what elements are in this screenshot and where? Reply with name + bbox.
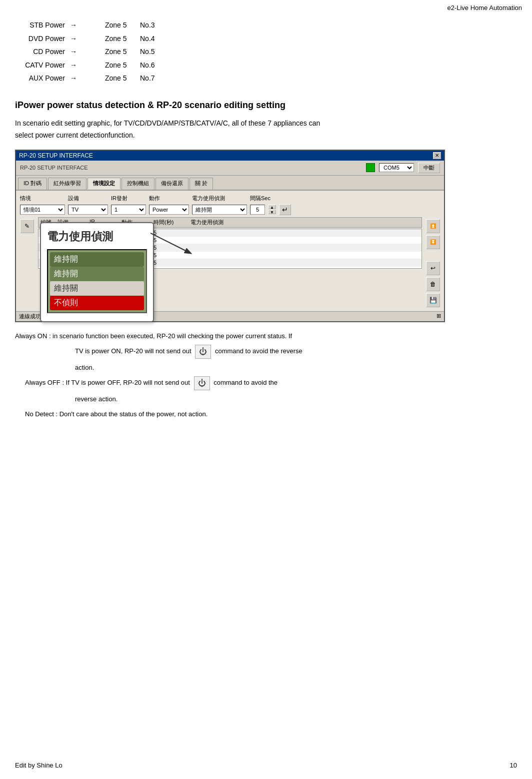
stop-button[interactable]: 中斷 <box>418 163 440 173</box>
power-zone-0: Zone 5 <box>105 19 135 32</box>
page-footer: Edit by Shine Lo 10 <box>15 761 517 769</box>
power-zone-1: Zone 5 <box>105 32 135 46</box>
add-scenario-button[interactable]: ✎ <box>20 219 34 233</box>
power-row-0: STB Power → Zone 5 No.3 <box>15 19 517 32</box>
power-row-3: CATV Power → Zone 5 No.6 <box>15 59 517 72</box>
interval-input[interactable] <box>250 205 265 215</box>
scenario-selector[interactable]: 情境01 <box>20 205 65 215</box>
always-off-line: Always OFF : If TV is power OFF, RP-20 w… <box>15 376 517 390</box>
scenario-list-container: ✎ 編號 設備 IR 動作 時間(秒) 電力使用偵測 <box>20 217 440 307</box>
power-zone-2: Zone 5 <box>105 45 135 59</box>
scenario-col-headers: 情境 設備 IR發射 動作 電力使用偵測 間隔Sec <box>20 195 440 202</box>
rp20-main-panel: 情境 設備 IR發射 動作 電力使用偵測 間隔Sec 情境01 TV 1 <box>16 191 444 311</box>
tab-scenario-setting[interactable]: 情境設定 <box>88 178 120 190</box>
tab-id-code[interactable]: ID 對碼 <box>18 178 47 190</box>
popup-option-3[interactable]: 不偵則 <box>50 296 144 310</box>
device-selector[interactable]: TV <box>68 205 108 215</box>
popup-option-2[interactable]: 維持關 <box>50 281 144 296</box>
tab-ir-learn[interactable]: 紅外線學習 <box>48 178 86 190</box>
power-icon-off <box>194 376 210 390</box>
footer-left: Edit by Shine Lo <box>15 761 62 769</box>
hdr-action: 動作 <box>149 195 189 202</box>
hdr-device: 設備 <box>68 195 108 202</box>
content-area: STB Power → Zone 5 No.3 DVD Power → Zone… <box>0 14 532 433</box>
brand-label: e2-Live Home Automation <box>447 4 522 12</box>
statusbar-corner: ⊞ <box>436 313 441 320</box>
power-selector[interactable]: 維持開 <box>192 205 247 215</box>
power-num-4: No.7 <box>140 72 165 85</box>
statusbar-text: 連線成功 <box>19 313 41 320</box>
power-num-3: No.6 <box>140 59 165 72</box>
action-selector[interactable]: Power <box>149 205 189 215</box>
power-row-1: DVD Power → Zone 5 No.4 <box>15 32 517 46</box>
power-label-1: DVD Power <box>15 32 65 46</box>
tab-backup-restore[interactable]: 備份還原 <box>156 178 188 190</box>
power-arrow-3: → <box>70 59 100 72</box>
power-num-2: No.5 <box>140 45 165 59</box>
popup-title: 電力使用偵測 <box>47 229 147 244</box>
power-arrow-1: → <box>70 32 100 46</box>
power-num-0: No.3 <box>140 19 165 32</box>
hdr-ir: IR發射 <box>111 195 146 202</box>
popup-arrow-svg <box>150 228 200 258</box>
interval-spinner: ▲ ▼ <box>268 205 276 214</box>
power-label-3: CATV Power <box>15 59 65 72</box>
right-action-buttons: ⏫ ⏬ ↩ 🗑 💾 <box>426 217 440 307</box>
power-num-1: No.4 <box>140 32 165 46</box>
move-bottom-button[interactable]: ⏬ <box>426 235 440 249</box>
popup-bubble: 電力使用偵測 維持開 維持開 維持關 不偵則 <box>40 222 154 322</box>
close-icon: ✕ <box>435 153 439 158</box>
rp20-tabs: ID 對碼 紅外線學習 情境設定 控制機組 備份還原 關 於 <box>16 176 444 191</box>
section-title: iPower power status detection & RP-20 sc… <box>15 100 517 111</box>
col-hdr-time: 時間(秒) <box>154 219 188 226</box>
power-arrow-2: → <box>70 45 100 59</box>
tab-control-group[interactable]: 控制機組 <box>122 178 154 190</box>
power-row-2: CD Power → Zone 5 No.5 <box>15 45 517 59</box>
rp20-inner-label: RP-20 SETUP INTERFACE <box>20 165 88 171</box>
undo-button[interactable]: ↩ <box>426 261 440 275</box>
rp20-titlebar: RP-20 SETUP INTERFACE ✕ <box>16 151 444 161</box>
save-button[interactable]: 💾 <box>426 293 440 307</box>
connection-indicator <box>366 163 375 172</box>
dropdown-popup-overlay: 電力使用偵測 維持開 維持開 維持關 不偵則 <box>40 222 154 322</box>
no-detect-line: No Detect : Don't care about the status … <box>15 408 517 420</box>
section-desc: In scenario edit setting graphic, for TV… <box>15 118 517 142</box>
power-label-0: STB Power <box>15 19 65 32</box>
rp20-title-text: RP-20 SETUP INTERFACE <box>19 152 93 159</box>
svg-line-0 <box>150 233 190 253</box>
left-action-buttons: ✎ <box>20 217 34 307</box>
popup-select-box: 維持開 維持開 維持關 不偵則 <box>47 249 147 313</box>
enter-button[interactable]: ↵ <box>279 204 291 215</box>
footer-right: 10 <box>510 761 517 769</box>
col-hdr-power: 電力使用偵測 <box>190 219 240 226</box>
delete-button[interactable]: 🗑 <box>426 277 440 291</box>
bottom-explanations: Always ON : in scenario function been ex… <box>15 330 517 420</box>
power-zone-4: Zone 5 <box>105 72 135 85</box>
power-label-4: AUX Power <box>15 72 65 85</box>
com-select[interactable]: COM5 <box>379 163 414 172</box>
hdr-scenario: 情境 <box>20 195 65 202</box>
popup-option-0[interactable]: 維持開 <box>50 252 144 267</box>
power-row-4: AUX Power → Zone 5 No.7 <box>15 72 517 85</box>
always-on-action: action. <box>15 362 517 373</box>
scenario-input-row: 情境01 TV 1 Power 維持開 ▲ ▼ <box>20 204 440 215</box>
spin-up-button[interactable]: ▲ <box>268 205 276 209</box>
power-icon-on <box>195 345 211 359</box>
tab-about[interactable]: 關 於 <box>190 178 213 190</box>
power-arrow-0: → <box>70 19 100 32</box>
always-on-detail: TV is power ON, RP-20 will not send out … <box>15 345 517 359</box>
always-on-line: Always ON : in scenario function been ex… <box>15 330 517 342</box>
power-label-2: CD Power <box>15 45 65 59</box>
move-top-button[interactable]: ⏫ <box>426 219 440 233</box>
rp20-close-button[interactable]: ✕ <box>433 152 441 159</box>
always-off-reverse: reverse action. <box>15 393 517 405</box>
rp20-window: RP-20 SETUP INTERFACE ✕ RP-20 SETUP INTE… <box>15 150 445 322</box>
ir-selector[interactable]: 1 <box>111 205 146 215</box>
desc-line2: select power current detectionfunction. <box>15 131 135 139</box>
spin-down-button[interactable]: ▼ <box>268 210 276 214</box>
power-zone-3: Zone 5 <box>105 59 135 72</box>
page-header: e2-Live Home Automation <box>0 0 532 14</box>
power-arrow-4: → <box>70 72 100 85</box>
hdr-interval: 間隔Sec <box>250 195 290 202</box>
popup-option-1[interactable]: 維持開 <box>50 267 144 281</box>
